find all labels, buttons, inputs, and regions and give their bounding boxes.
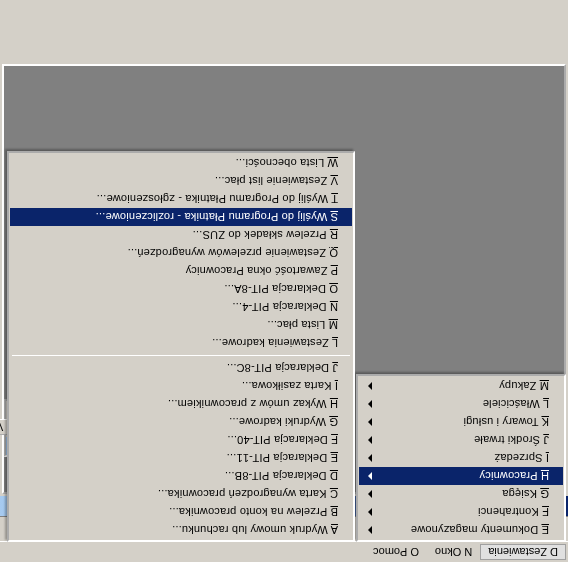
main-item-m[interactable]: M Zakupy: [359, 377, 563, 395]
menu-zestawienia[interactable]: D Zestawienia: [480, 544, 566, 560]
sub-item-r[interactable]: R Przelew składek do ZUS...: [10, 226, 352, 244]
main-item-l[interactable]: L Właściciele: [359, 395, 563, 413]
main-item-i[interactable]: I Sprzedaż: [359, 449, 563, 467]
main-item-j[interactable]: J Środki trwałe: [359, 431, 563, 449]
sub-item-j[interactable]: J Deklaracja PIT-8C...: [10, 359, 352, 377]
sub-item-s[interactable]: S Wyślij do Programu Płatnika - rozlicze…: [10, 208, 352, 226]
sub-item-b[interactable]: B Przelew na konto pracownika...: [10, 503, 352, 521]
main-item-f[interactable]: F Kontrahenci: [359, 503, 563, 521]
sub-item-w[interactable]: W Lista obecności...: [10, 154, 352, 172]
sub-item-p[interactable]: P Zawartość okna Pracownicy: [10, 262, 352, 280]
sub-item-d[interactable]: D Deklaracja PIT-8B...: [10, 467, 352, 485]
main-item-k[interactable]: K Towary i usługi: [359, 413, 563, 431]
sub-item-g[interactable]: G Wydruki kadrowe...: [10, 413, 352, 431]
sub-item-a[interactable]: A Wydruk umowy lub rachunku...: [10, 521, 352, 539]
dropdown-pracownicy: A Wydruk umowy lub rachunku...B Przelew …: [7, 151, 355, 542]
sub-item-e[interactable]: E Deklaracja PIT-11...: [10, 449, 352, 467]
menu-bar: D Zestawienia N Okno O Pomoc: [0, 542, 568, 562]
main-item-e[interactable]: E Dokumenty magazynowe: [359, 521, 563, 539]
sub-item-c[interactable]: C Karta wynagrodzeń pracownika...: [10, 485, 352, 503]
menu-okno[interactable]: N Okno: [427, 544, 480, 560]
sub-item-n[interactable]: N Deklaracja PIT-4...: [10, 298, 352, 316]
menu-pomoc[interactable]: O Pomoc: [365, 544, 427, 560]
sub-item-h[interactable]: H Wykaz umów z pracownikiem...: [10, 395, 352, 413]
sub-item-t[interactable]: T Wyślij do Programu Płatnika - zgłoszen…: [10, 190, 352, 208]
sub-item-q[interactable]: Q Zestawienie przelewów wynagrodzeń...: [10, 244, 352, 262]
main-item-h[interactable]: H Pracownicy: [359, 467, 563, 485]
sub-item-o[interactable]: O Deklaracja PIT-8A...: [10, 280, 352, 298]
bottom-strip: [0, 44, 568, 62]
sub-item-m[interactable]: M Lista płac...: [10, 316, 352, 334]
sub-item-v[interactable]: V Zestawienie list płac...: [10, 172, 352, 190]
sub-item-f[interactable]: F Deklaracja PIT-40...: [10, 431, 352, 449]
menu-separator: [12, 355, 350, 356]
sub-item-i[interactable]: I Karta zasiłkowa...: [10, 377, 352, 395]
main-item-g[interactable]: G Księga: [359, 485, 563, 503]
dropdown-zestawienia: E Dokumenty magazynoweF KontrahenciG Ksi…: [356, 374, 566, 542]
sub-item-l[interactable]: L Zestawienia kadrowe...: [10, 334, 352, 352]
